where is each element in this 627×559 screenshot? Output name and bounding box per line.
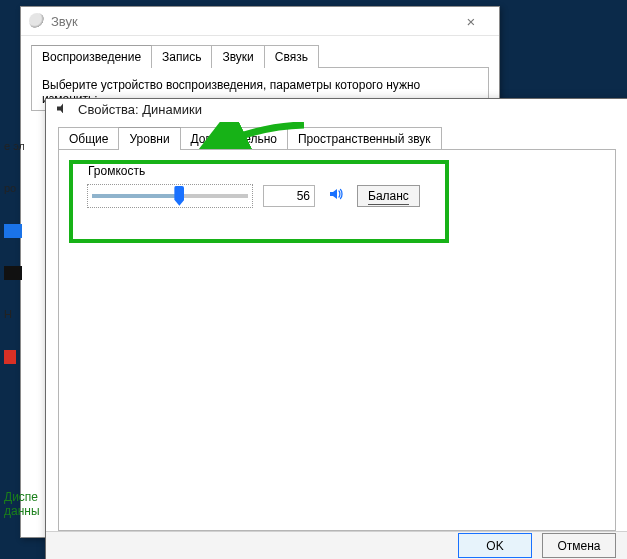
sound-tab-sounds[interactable]: Звуки	[211, 45, 264, 68]
properties-button-bar: OK Отмена	[46, 531, 627, 559]
properties-content: Общие Уровни Дополнительно Пространствен…	[46, 120, 627, 531]
mute-button[interactable]	[325, 185, 347, 207]
cancel-button[interactable]: Отмена	[542, 533, 616, 558]
tab-general[interactable]: Общие	[58, 127, 119, 150]
sliver-red-icon	[4, 350, 16, 364]
tab-advanced[interactable]: Дополнительно	[180, 127, 288, 150]
sound-tab-comm[interactable]: Связь	[264, 45, 319, 68]
speaker-icon	[56, 101, 72, 117]
volume-group-label: Громкость	[85, 164, 148, 178]
levels-panel: Громкость 56	[58, 149, 616, 531]
sound-tabs: Воспроизведение Запись Звуки Связь	[31, 44, 489, 68]
tab-spatial[interactable]: Пространственный звук	[287, 127, 442, 150]
sound-titlebar[interactable]: Звук ×	[21, 7, 499, 36]
sound-app-icon	[29, 13, 45, 29]
properties-window: Свойства: Динамики Общие Уровни Дополнит…	[45, 98, 627, 559]
sliver-black-icon	[4, 266, 22, 280]
sound-window-title: Звук	[51, 14, 451, 29]
sound-tab-playback[interactable]: Воспроизведение	[31, 45, 152, 68]
sliver-text-2: ро	[0, 182, 24, 196]
volume-slider[interactable]	[87, 184, 253, 208]
properties-title: Свойства: Динамики	[78, 102, 202, 117]
left-sliver: е эл ро Н	[0, 140, 24, 364]
sound-close-button[interactable]: ×	[451, 7, 491, 35]
sliver-btn-text: Н	[0, 308, 24, 322]
sliver-blue-icon	[4, 224, 22, 238]
sliver-text-1: е эл	[0, 140, 24, 154]
sound-tab-record[interactable]: Запись	[151, 45, 212, 68]
sound-on-icon	[328, 186, 344, 205]
tab-levels[interactable]: Уровни	[118, 127, 180, 150]
ok-button[interactable]: OK	[458, 533, 532, 558]
volume-value: 56	[263, 185, 315, 207]
volume-group: Громкость 56	[81, 172, 429, 224]
balance-button[interactable]: Баланс	[357, 185, 420, 207]
properties-titlebar[interactable]: Свойства: Динамики	[46, 99, 627, 120]
properties-tabs: Общие Уровни Дополнительно Пространствен…	[58, 126, 616, 150]
